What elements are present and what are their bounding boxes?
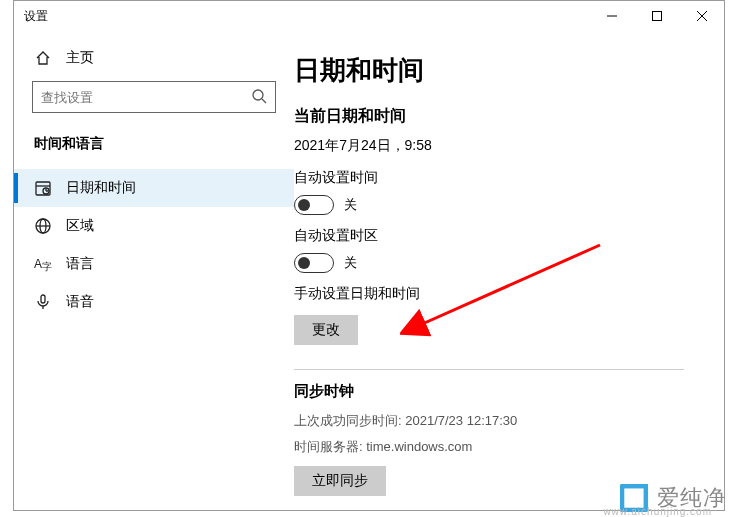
- close-button[interactable]: [679, 1, 724, 31]
- current-datetime-heading: 当前日期和时间: [294, 106, 684, 127]
- page-title: 日期和时间: [294, 53, 684, 88]
- svg-text:字: 字: [42, 261, 52, 272]
- auto-time-toggle[interactable]: [294, 195, 334, 215]
- window-title: 设置: [24, 8, 48, 25]
- settings-window: 设置 主页: [13, 0, 725, 511]
- watermark-url: www.aichunjing.com: [603, 506, 712, 517]
- microphone-icon: [34, 293, 52, 311]
- sidebar-item-label: 语言: [66, 255, 94, 273]
- sidebar-item-label: 语音: [66, 293, 94, 311]
- title-bar: 设置: [14, 1, 724, 31]
- minimize-icon: [607, 11, 617, 21]
- last-sync-text: 上次成功同步时间: 2021/7/23 12:17:30: [294, 411, 684, 431]
- globe-icon: [34, 217, 52, 235]
- svg-text:A: A: [34, 257, 42, 271]
- close-icon: [697, 11, 707, 21]
- sync-now-button[interactable]: 立即同步: [294, 466, 386, 496]
- language-icon: A字: [34, 255, 52, 273]
- sidebar-item-label: 区域: [66, 217, 94, 235]
- sidebar-item-speech[interactable]: 语音: [14, 283, 294, 321]
- svg-line-5: [262, 99, 266, 103]
- auto-time-label: 自动设置时间: [294, 169, 684, 187]
- sidebar-item-datetime[interactable]: 日期和时间: [14, 169, 294, 207]
- search-input[interactable]: [41, 90, 251, 105]
- svg-point-4: [253, 90, 263, 100]
- section-label: 时间和语言: [14, 131, 294, 169]
- auto-tz-label: 自动设置时区: [294, 227, 684, 245]
- toggle-state: 关: [344, 196, 357, 214]
- window-controls: [589, 1, 724, 31]
- change-button[interactable]: 更改: [294, 315, 358, 345]
- calendar-clock-icon: [34, 179, 52, 197]
- sidebar-item-label: 日期和时间: [66, 179, 136, 197]
- home-label: 主页: [66, 49, 94, 67]
- sidebar: 主页 时间和语言 日期和时间 区域: [14, 31, 294, 510]
- search-icon: [251, 88, 267, 107]
- current-datetime-value: 2021年7月24日，9:58: [294, 137, 684, 155]
- divider: [294, 369, 684, 370]
- sidebar-item-language[interactable]: A字 语言: [14, 245, 294, 283]
- content-area: 主页 时间和语言 日期和时间 区域: [14, 31, 724, 510]
- svg-rect-1: [652, 12, 661, 21]
- auto-tz-toggle-row: 关: [294, 253, 684, 273]
- auto-time-toggle-row: 关: [294, 195, 684, 215]
- maximize-icon: [652, 11, 662, 21]
- minimize-button[interactable]: [589, 1, 634, 31]
- auto-tz-toggle[interactable]: [294, 253, 334, 273]
- home-link[interactable]: 主页: [14, 41, 294, 81]
- sync-clock-heading: 同步时钟: [294, 382, 684, 401]
- toggle-state: 关: [344, 254, 357, 272]
- main-panel: 日期和时间 当前日期和时间 2021年7月24日，9:58 自动设置时间 关 自…: [294, 31, 724, 510]
- sidebar-item-region[interactable]: 区域: [14, 207, 294, 245]
- home-icon: [34, 49, 52, 67]
- time-server-text: 时间服务器: time.windows.com: [294, 437, 684, 457]
- maximize-button[interactable]: [634, 1, 679, 31]
- manual-datetime-label: 手动设置日期和时间: [294, 285, 684, 303]
- svg-rect-16: [41, 295, 45, 303]
- search-box[interactable]: [32, 81, 276, 113]
